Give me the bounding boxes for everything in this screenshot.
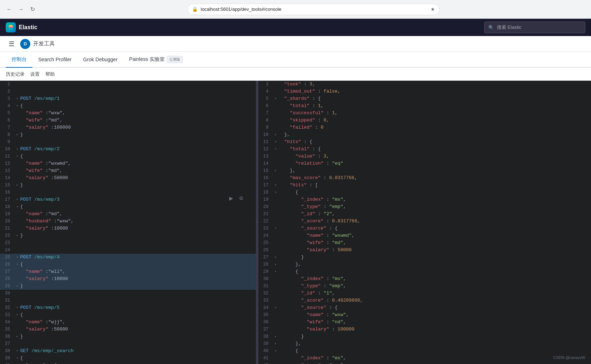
line-gutter: ▾ (14, 304, 20, 311)
code-line: 31 "_type" : "emp", (258, 283, 591, 290)
line-number: 14 (0, 174, 14, 182)
history-button[interactable]: 历史记录 (6, 70, 25, 79)
elastic-logo: Elastic (6, 22, 37, 32)
code-line: 24 (0, 247, 256, 254)
code-line: 22▸} (0, 232, 256, 239)
code-line: 40▾ { (258, 347, 591, 355)
line-number: 28 (0, 275, 14, 283)
line-number: 18 (258, 189, 273, 196)
bookmark-icon: ★ (431, 6, 435, 12)
code-line: 7 "successful" : 1, (258, 110, 591, 117)
code-line: 26▾{ (0, 261, 256, 268)
settings-button[interactable]: 设置 (30, 70, 40, 79)
line-number: 24 (0, 247, 14, 254)
line-number: 30 (258, 275, 273, 283)
run-button[interactable]: ▶ (227, 194, 235, 202)
line-content: { (279, 347, 591, 355)
line-content: "salary" :50000 (20, 326, 256, 333)
forward-button[interactable]: → (16, 4, 26, 14)
line-number: 29 (258, 268, 273, 275)
code-line: 27▸ } (258, 254, 591, 261)
line-gutter: ▸ (273, 167, 279, 174)
line-number: 11 (0, 153, 14, 160)
line-gutter: ▸ (14, 232, 20, 239)
line-number: 7 (258, 110, 273, 117)
line-number: 18 (0, 203, 14, 210)
address-icons: ★ (431, 6, 435, 12)
line-number: 15 (258, 167, 273, 174)
line-content: "wife" :"md", (20, 117, 256, 124)
line-content: "_index" : "ms", (279, 275, 591, 283)
right-panel[interactable]: 3 "took" : 3,4 "timed_out" : false,5▾ "_… (258, 81, 591, 364)
line-number: 5 (0, 110, 14, 117)
line-number: 1 (0, 81, 14, 88)
tab-grok-debugger[interactable]: Grok Debugger (77, 52, 124, 68)
code-line: 6 "wife" :"md", (0, 117, 256, 124)
address-bar[interactable]: 🔒 localhost:5601/app/dev_tools#/console … (187, 4, 440, 15)
code-line: 17▾ "hits" : [ (258, 182, 591, 189)
line-content: { (20, 203, 256, 210)
code-line: 11▾{ (0, 153, 256, 160)
code-line: 28 "salary" :10000 (0, 275, 256, 283)
line-number: 40 (258, 347, 273, 355)
tab-bar: 控制台 Search Profiler Grok Debugger Painle… (0, 52, 591, 68)
settings-inline-button[interactable]: ⚙ (237, 194, 245, 202)
line-number: 32 (0, 304, 14, 311)
line-content: "_source" : { (279, 225, 591, 232)
code-line: 39▸ }, (258, 340, 591, 347)
line-number: 23 (258, 225, 273, 232)
line-number: 26 (258, 247, 273, 254)
tab-search-profiler[interactable]: Search Profiler (32, 52, 77, 68)
line-content: "name" :"wxw", (20, 110, 256, 117)
code-line: 15▸} (0, 182, 256, 189)
line-content: "_shards" : { (279, 95, 591, 102)
help-button[interactable]: 帮助 (45, 70, 55, 79)
secondary-header: ☰ D 开发工具 (0, 36, 591, 52)
line-number: 33 (0, 311, 14, 319)
code-line: 13 "value" : 3, (258, 153, 591, 160)
code-line: 9 "failed" : 0 (258, 124, 591, 131)
code-line: 25 "wife" : "md", (258, 239, 591, 247)
tab-console-label: 控制台 (12, 56, 27, 63)
line-content: "salary" :10000 (20, 275, 256, 283)
tab-painless-label: Painless 实验室 (129, 56, 165, 63)
tab-painless[interactable]: Painless 实验室 公测版 (123, 52, 188, 68)
line-number: 10 (258, 131, 273, 138)
line-gutter: ▸ (273, 131, 279, 138)
code-line: 30 (0, 290, 256, 297)
line-content: "hits" : { (279, 138, 591, 146)
back-button[interactable]: ← (4, 4, 14, 14)
line-content: { (20, 153, 256, 160)
tab-console[interactable]: 控制台 (6, 52, 32, 68)
line-content: "wife" : "md", (279, 239, 591, 247)
menu-button[interactable]: ☰ (6, 38, 17, 50)
line-number: 6 (258, 102, 273, 110)
line-number: 10 (0, 146, 14, 153)
line-content: { (20, 261, 256, 268)
left-panel[interactable]: 123▾POST /ms/emp/14▾{5 "name" :"wxw",6 "… (0, 81, 256, 364)
line-number: 9 (258, 124, 273, 131)
line-content: "_type" : "emp", (279, 283, 591, 290)
line-number: 29 (0, 283, 14, 290)
line-number: 8 (0, 131, 14, 138)
line-number: 4 (0, 102, 14, 110)
code-line: 21 "salary" :10000 (0, 225, 256, 232)
line-content: "total" : 1, (279, 102, 591, 110)
line-number: 9 (0, 138, 14, 146)
refresh-button[interactable]: ↻ (27, 4, 37, 14)
line-gutter: ▾ (273, 304, 279, 311)
code-line: 33 "_score" : 0.46209806, (258, 297, 591, 304)
line-gutter: ▸ (14, 283, 20, 290)
line-gutter: ▾ (14, 146, 20, 153)
code-line: 19 "_index" : "ms", (258, 196, 591, 203)
line-number: 39 (258, 340, 273, 347)
header-search[interactable]: 🔍 搜索 Elastic (484, 22, 585, 33)
line-number: 37 (258, 326, 273, 333)
line-content: "_type" : "emp", (279, 362, 591, 364)
code-line: 32▾POST /ms/emp/5 (0, 304, 256, 311)
line-gutter: ▾ (273, 347, 279, 355)
code-line: 26 "salary" : 50000 (258, 247, 591, 254)
app-name: Elastic (19, 24, 37, 31)
code-line: 20 "_type" : "emp", (258, 203, 591, 210)
line-content: "relation" : "eq" (279, 160, 591, 167)
